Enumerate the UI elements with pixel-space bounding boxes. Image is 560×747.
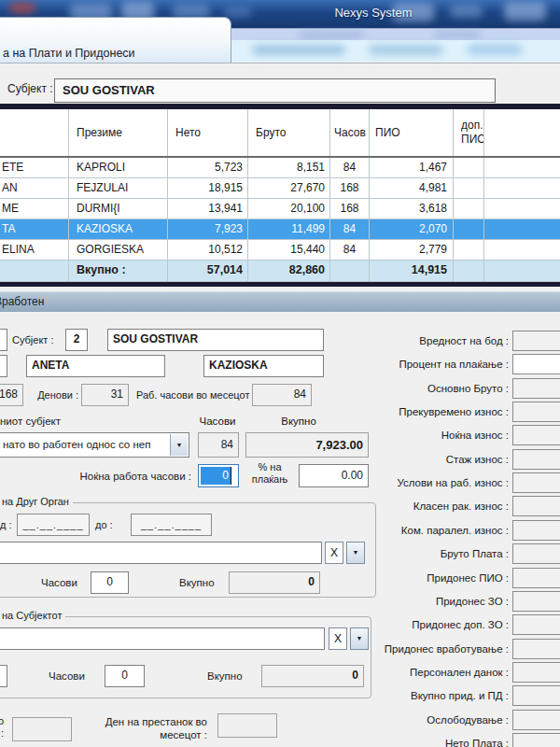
table-cell <box>0 261 69 281</box>
table-cell <box>484 178 560 198</box>
end-day-label: Ден на престанок вомесецот : <box>93 715 207 741</box>
cut-field[interactable] <box>0 355 7 377</box>
table-cell <box>484 219 560 239</box>
right-field-input[interactable] <box>512 402 560 422</box>
table-header-neto: Нето <box>168 109 248 156</box>
table-cell: 10,512 <box>168 240 248 260</box>
right-field-label: Основно Бруто : <box>327 378 509 399</box>
right-field-input[interactable] <box>512 472 560 493</box>
decor-blob <box>434 31 481 38</box>
right-field-input[interactable] <box>512 354 560 374</box>
table-row[interactable]: TAKAZIOSKA7,92311,499842,070 <box>0 219 560 240</box>
other-total-field[interactable]: 0 <box>229 571 320 594</box>
total-bruto: 82,860 <box>248 261 330 281</box>
dropdown-arrow-icon[interactable]: ▼ <box>170 434 188 456</box>
subject-id-field[interactable]: 2 <box>65 329 88 351</box>
right-field-input[interactable] <box>512 378 560 399</box>
table-header-surname: Презиме <box>69 109 168 156</box>
right-field-label: Услови на раб. износ : <box>327 472 509 493</box>
menu-strip <box>230 40 560 62</box>
table-cell: 4,981 <box>370 178 454 198</box>
table-cell: 1,467 <box>370 158 454 177</box>
other-organ-combo[interactable] <box>0 542 322 564</box>
table-header-row: Презиме Нето Бруто Часов ПИО доп.ПИО <box>0 109 560 158</box>
table-cell: 84 <box>330 219 370 239</box>
other-hours-field[interactable]: 0 <box>91 571 129 594</box>
right-field-input[interactable] <box>512 614 560 635</box>
table-row[interactable]: ETEKAPROLI5,7238,151841,467 <box>0 158 560 178</box>
right-field-label: Бруто Плата : <box>327 543 509 564</box>
cut-field[interactable] <box>0 665 7 687</box>
decor-blob <box>467 44 523 55</box>
to-label: до : <box>95 514 113 535</box>
cut-field[interactable] <box>0 329 7 351</box>
right-field-input[interactable] <box>512 662 560 683</box>
work-status-dropdown[interactable]: нато во работен однос со неп ▼ <box>0 432 189 458</box>
total-label: Вкупно : <box>69 261 168 281</box>
tab-payroll[interactable]: а на Плати и Придонеси <box>0 17 231 63</box>
last-name-field[interactable]: KAZIOSKA <box>203 355 324 377</box>
table-cell: 27,670 <box>248 178 330 198</box>
right-field-label: Стаж износ : <box>327 449 509 470</box>
right-field-label: Класен рак. износ : <box>327 496 509 516</box>
right-field-input[interactable] <box>512 520 560 541</box>
right-field-input[interactable] <box>512 496 560 516</box>
right-field-input[interactable] <box>512 543 560 564</box>
main-hours-field[interactable]: 84 <box>198 432 239 458</box>
right-field-label: Ослободување : <box>327 710 509 730</box>
right-field-input[interactable] <box>512 568 560 588</box>
right-field-input[interactable] <box>512 591 560 612</box>
right-field-input[interactable] <box>512 733 560 747</box>
decor-blob <box>369 45 443 55</box>
table-row[interactable]: ELINAGORGIESKA10,51215,440842,779 <box>0 240 560 261</box>
start-day-field[interactable] <box>12 717 72 741</box>
subject-name-field[interactable]: SOU GOSTIVAR <box>107 329 324 351</box>
employee-section-title: Вработен <box>0 295 44 308</box>
subject-group-label: на Субјектот <box>0 610 65 622</box>
days-field[interactable]: 31 <box>81 384 129 406</box>
table-row[interactable]: MEDURMI{I13,94120,1001683,618 <box>0 199 560 219</box>
table-cell: TA <box>0 219 69 239</box>
decor-blob <box>299 32 364 38</box>
subject-field[interactable]: SOU GOSTIVAR <box>54 78 496 103</box>
table-header-name <box>0 109 69 156</box>
table-header-pio: ПИО <box>370 109 454 156</box>
table-cell: 15,440 <box>248 240 330 260</box>
table-cell <box>454 261 484 281</box>
right-field-input[interactable] <box>512 710 560 730</box>
total-pio: 14,915 <box>370 261 454 281</box>
month-hours-field[interactable]: 168 <box>0 384 23 406</box>
table-cell <box>454 178 484 198</box>
subject-label: Субјект : <box>7 82 53 95</box>
work-hours-field[interactable]: 84 <box>252 384 312 406</box>
subject-combo[interactable] <box>0 627 325 650</box>
table-cell: 2,779 <box>370 240 454 260</box>
to-date-field[interactable]: __.__.____ <box>131 514 212 536</box>
right-field-input[interactable] <box>512 685 560 706</box>
table-cell: GORGIESKA <box>69 240 168 260</box>
employee-section-header: Вработен <box>0 291 560 313</box>
night-work-label: Ноќна работа часови : <box>37 466 191 486</box>
subject-hours-field[interactable]: 0 <box>105 665 145 687</box>
end-day-field[interactable] <box>217 713 277 738</box>
table-cell <box>454 219 484 239</box>
table-row[interactable]: ANFEJZULAI18,91527,6701684,981 <box>0 178 560 199</box>
total-hours <box>330 261 370 281</box>
right-field-label: Вредност на бод : <box>327 331 509 351</box>
window-title: Nexys System <box>243 6 504 20</box>
right-field-input[interactable] <box>512 331 560 351</box>
right-field-input[interactable] <box>512 425 560 445</box>
right-field-input[interactable] <box>512 449 560 470</box>
other-organ-group-label: на Друг Орган <box>0 496 73 508</box>
table-cell: 8,151 <box>248 158 330 177</box>
other-hours-label: Часови <box>41 572 77 593</box>
right-field-label: Ноќна износ : <box>327 425 509 445</box>
decor-blob <box>9 3 35 13</box>
right-field-label: Придонес вработување : <box>327 639 509 659</box>
from-date-field[interactable]: __.__.____ <box>17 514 90 536</box>
night-hours-field[interactable]: 0 <box>198 464 239 487</box>
table-header-dop-pio: доп.ПИО <box>454 109 484 156</box>
right-field-input[interactable] <box>512 639 560 659</box>
first-name-field[interactable]: ANETA <box>26 355 165 377</box>
days-label: Денови : <box>35 385 78 405</box>
